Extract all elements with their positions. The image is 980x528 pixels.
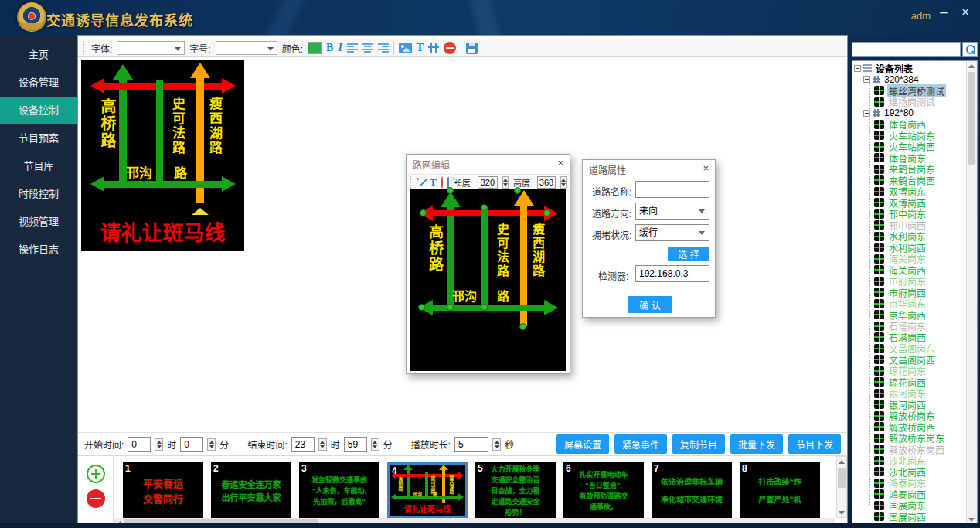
pen-icon[interactable] [417, 177, 419, 188]
remove-icon[interactable] [444, 42, 456, 54]
thumb-vertical-scrollbar[interactable] [836, 456, 847, 518]
program-thumbnail-2[interactable]: 2春运安全连万家出行平安靠大家 [211, 462, 291, 518]
schedule-action-button-2[interactable]: 复制节目 [672, 434, 725, 454]
remove-icon[interactable] [441, 176, 443, 189]
align-right-icon[interactable] [378, 43, 389, 53]
italic-button[interactable]: I [338, 42, 342, 54]
traffic-signal-icon [874, 299, 884, 308]
sign-preview[interactable]: 高桥路 史可法路 瘦西湖路 邗沟 路 请礼让斑马线 [81, 60, 244, 251]
node-handle[interactable] [481, 304, 488, 311]
sidebar-item-7[interactable]: 操作日志 [0, 236, 77, 264]
height-input[interactable] [537, 176, 556, 189]
thumbnail-text-line: 出行平安靠大家 [211, 491, 291, 503]
tree-scrollbar[interactable] [966, 61, 977, 524]
sidebar-item-3[interactable]: 节目预案 [0, 124, 77, 152]
sidebar-item-6[interactable]: 视频管理 [0, 208, 77, 236]
road-name-input[interactable] [635, 181, 709, 198]
end-hour-stepper[interactable] [318, 438, 327, 451]
node-handle[interactable] [418, 304, 425, 311]
program-thumbnail-4[interactable]: 4 高桥路 史可法路 瘦西湖路 邗沟 路 请礼让斑马线 [387, 462, 468, 518]
sidebar-item-2[interactable]: 设备控制 [0, 97, 77, 124]
tree-label: 192*80 [883, 107, 915, 118]
road-icon[interactable] [424, 178, 425, 188]
scroll-up-icon[interactable] [967, 61, 976, 70]
schedule-bar: 开始时间: 时 分 结束时间: 时 分 播放时长: 秒 屏幕设置紧急事件复制节目… [78, 432, 847, 455]
tree-label: 设备列表 [874, 63, 914, 75]
save-icon[interactable] [466, 43, 478, 54]
thumbnail-area: 1平安春运交警同行2春运安全连万家出行平安靠大家3发生轻微交通事故“人未伤，车能… [114, 456, 835, 518]
add-circle-icon[interactable] [87, 465, 105, 483]
traffic-signal-icon [874, 265, 884, 274]
node-handle[interactable] [543, 209, 550, 216]
image-icon[interactable] [399, 43, 412, 53]
align-left-icon[interactable] [347, 43, 358, 53]
sidebar-item-0[interactable]: 主页 [0, 41, 77, 69]
congestion-select[interactable]: 缓行 [635, 224, 709, 241]
node-handle[interactable] [481, 204, 488, 211]
end-hour-input[interactable] [291, 437, 315, 452]
thumbnail-number: 5 [478, 463, 483, 474]
length-stepper[interactable] [502, 176, 509, 189]
search-icon[interactable] [962, 42, 978, 57]
program-thumbnail-5[interactable]: 5大力开展秋冬季交通安全整治百日会战，全力稳定道路交通安全形势！ [475, 462, 556, 518]
duration-input[interactable] [454, 437, 488, 452]
node-handle[interactable] [420, 209, 427, 216]
detector-input[interactable] [635, 265, 709, 282]
schedule-action-button-1[interactable]: 紧急事件 [614, 434, 667, 454]
start-hour-input[interactable] [128, 437, 151, 452]
program-thumbnail-8[interactable]: 8打击改装“炸严查严处“机 [740, 462, 820, 518]
sidebar-item-1[interactable]: 设备管理 [0, 69, 77, 97]
close-button[interactable]: × [955, 3, 975, 22]
text-tool-icon[interactable]: T [430, 176, 437, 189]
direction-select[interactable]: 来向 [635, 203, 709, 220]
road-label: 高桥路 [424, 224, 445, 273]
schedule-action-button-4[interactable]: 节目下发 [788, 434, 841, 454]
end-min-stepper[interactable] [371, 438, 379, 451]
close-icon[interactable]: × [557, 157, 563, 169]
program-thumbnail-3[interactable]: 3发生轻微交通事故“人未伤，车能动,先拍照，后撤离” [299, 462, 379, 518]
scroll-up-icon[interactable] [837, 457, 846, 466]
sidebar-item-4[interactable]: 节目库 [0, 152, 77, 180]
collapse-icon[interactable] [854, 65, 861, 72]
select-button[interactable]: 选 择 [668, 247, 709, 261]
text-tool-icon[interactable]: T [417, 42, 424, 54]
minimize-button[interactable]: – [934, 3, 954, 22]
start-min-stepper[interactable] [207, 438, 216, 451]
schedule-action-button-3[interactable]: 批量下发 [730, 434, 783, 454]
confirm-button[interactable]: 确 认 [628, 296, 672, 313]
search-input[interactable] [852, 42, 961, 57]
node-handle[interactable] [447, 304, 454, 311]
scrollbar-thumb[interactable] [968, 72, 975, 165]
duration-label: 播放时长: [411, 438, 451, 451]
scroll-down-icon[interactable] [837, 508, 846, 517]
close-icon[interactable]: × [703, 162, 709, 174]
sidebar-item-5[interactable]: 时段控制 [0, 180, 77, 208]
end-min-input[interactable] [344, 437, 367, 452]
height-stepper[interactable] [560, 176, 567, 189]
node-handle[interactable] [514, 187, 521, 194]
size-select[interactable] [216, 41, 277, 55]
program-thumbnail-6[interactable]: 6扎实开展电动车“百日整治”,有效预防道路交通事故。 [563, 462, 644, 518]
length-input[interactable] [478, 176, 498, 189]
traffic-signal-icon [874, 120, 884, 129]
remove-circle-icon[interactable] [87, 489, 105, 508]
start-min-input[interactable] [180, 437, 203, 452]
tree-device[interactable]: 国展岗西 [852, 511, 965, 523]
roadnet-canvas[interactable]: 高桥路 史可法路 瘦西湖路 邗沟 路 [410, 189, 566, 371]
tree-root[interactable]: 设备列表 [852, 63, 965, 74]
program-thumbnail-1[interactable]: 1平安春运交警同行 [123, 462, 203, 518]
program-thumbnail-7[interactable]: 7依法治理非标车辆净化城市交通环境 [652, 462, 732, 518]
road-icon[interactable] [428, 43, 439, 53]
color-swatch[interactable] [308, 42, 322, 54]
start-hour-stepper[interactable] [155, 438, 163, 451]
font-select[interactable] [117, 41, 185, 55]
traffic-signal-icon [874, 366, 884, 376]
bold-button[interactable]: B [326, 42, 333, 54]
scrollbar-thumb[interactable] [838, 468, 846, 488]
schedule-action-button-0[interactable]: 屏幕设置 [556, 434, 609, 454]
duration-stepper[interactable] [492, 438, 501, 451]
node-handle[interactable] [519, 323, 526, 330]
sign-message: 请礼让斑马线 [81, 216, 244, 247]
node-handle[interactable] [447, 187, 454, 194]
align-center-icon[interactable] [362, 43, 373, 53]
